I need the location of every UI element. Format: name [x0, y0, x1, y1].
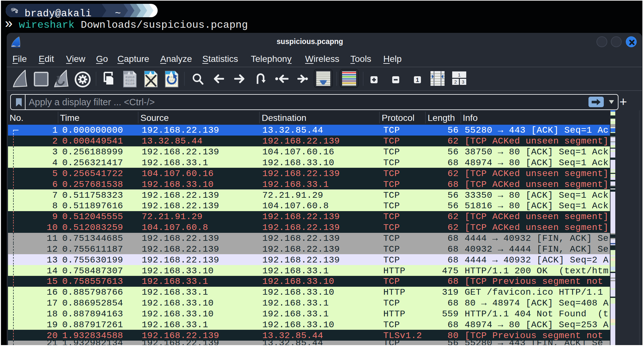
svg-text:2: 2: [454, 79, 457, 85]
svg-text:1: 1: [458, 72, 461, 78]
svg-text:1: 1: [416, 77, 419, 83]
svg-text:01110: 01110: [125, 82, 135, 85]
svg-text:3: 3: [462, 79, 464, 85]
